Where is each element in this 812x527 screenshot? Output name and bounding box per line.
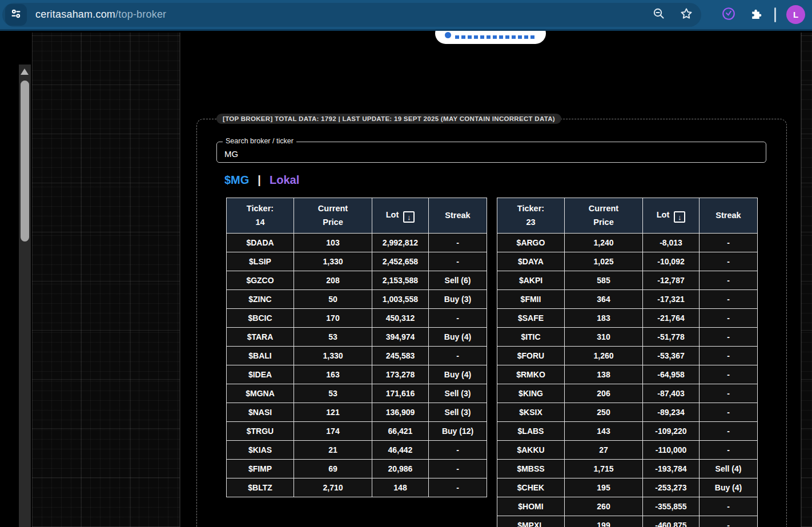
ticker-cell[interactable]: $AKKU [497, 441, 565, 460]
lot-cell: -21,764 [643, 309, 700, 328]
price-cell: 170 [294, 309, 372, 328]
price-cell: 174 [294, 422, 372, 441]
lot-cell: 46,442 [372, 441, 429, 460]
lot-cell: 171,616 [372, 384, 429, 403]
scrollbar-thumb[interactable] [21, 81, 29, 242]
streak-cell: - [700, 234, 758, 252]
ticker-cell[interactable]: $FIMP [227, 460, 294, 478]
lot-cell: -193,784 [643, 460, 700, 478]
site-settings-button[interactable] [5, 4, 27, 26]
puzzle-icon [749, 6, 763, 23]
ticker-cell[interactable]: $LSIP [227, 252, 294, 271]
lot-cell: -17,321 [643, 290, 700, 309]
banner-dot-icon [445, 32, 451, 38]
table-row: $MPXL199-460,875- [497, 516, 758, 527]
search-input[interactable] [216, 142, 766, 163]
table-row: $BALI1,330245,583- [227, 347, 487, 365]
price-cell: 208 [294, 271, 372, 290]
table-row: $ZINC501,003,558Buy (3) [227, 290, 487, 309]
streak-cell: - [700, 252, 758, 271]
ticker-cell[interactable]: $MPXL [497, 516, 565, 527]
price-cell: 364 [565, 290, 643, 309]
ticker-cell[interactable]: $FORU [497, 347, 565, 365]
ticker-cell[interactable]: $BCIC [227, 309, 294, 328]
ticker-cell[interactable]: $ARGO [497, 234, 565, 252]
streak-cell: - [700, 422, 758, 441]
ticker-cell[interactable]: $BALI [227, 347, 294, 365]
streak-cell: - [700, 347, 758, 365]
price-cell: 53 [294, 384, 372, 403]
sort-descending-icon[interactable]: ↓ [403, 211, 415, 223]
zoom-out-icon [652, 7, 666, 23]
profile-avatar[interactable]: L [786, 5, 805, 24]
table-row: $SAFE183-21,764- [497, 309, 758, 328]
price-cell: 27 [565, 441, 643, 460]
lot-column-header: Lot↓ [643, 198, 700, 234]
table-row: $KING206-87,403- [497, 384, 758, 403]
ticker-cell[interactable]: $DAYA [497, 252, 565, 271]
lot-cell: -8,013 [643, 234, 700, 252]
broker-table-left: Ticker: 14 Current Price Lot↓ Streak $DA… [226, 198, 487, 497]
streak-cell: - [700, 384, 758, 403]
scroll-up-arrow-icon[interactable] [21, 69, 29, 75]
table-row: $MBSS1,715-193,784Sell (4) [497, 460, 758, 478]
lot-cell: 245,583 [372, 347, 429, 365]
ticker-cell[interactable]: $MGNA [227, 384, 294, 403]
ticker-cell[interactable]: $CHEK [497, 478, 565, 497]
lot-cell: -253,273 [643, 478, 700, 497]
table-row: $ITIC310-51,778- [497, 328, 758, 347]
price-cell: 1,330 [294, 347, 372, 365]
table-row: $ARGO1,240-8,013- [497, 234, 758, 252]
table-row: $BCIC170450,312- [227, 309, 487, 328]
price-cell: 585 [565, 271, 643, 290]
price-cell: 199 [565, 516, 643, 527]
ticker-cell[interactable]: $KIAS [227, 441, 294, 460]
ticker-cell[interactable]: $ZINC [227, 290, 294, 309]
lot-cell: 2,992,812 [372, 234, 429, 252]
extensions-button[interactable] [742, 0, 770, 29]
ticker-cell[interactable]: $MBSS [497, 460, 565, 478]
ticker-cell[interactable]: $LABS [497, 422, 565, 441]
streak-cell: Sell (3) [429, 403, 487, 422]
ticker-cell[interactable]: $FMII [497, 290, 565, 309]
price-cell: 195 [565, 478, 643, 497]
ticker-cell[interactable]: $IDEA [227, 365, 294, 384]
ticker-cell[interactable]: $KING [497, 384, 565, 403]
price-cell: 206 [565, 384, 643, 403]
lot-cell: -10,092 [643, 252, 700, 271]
table-row: $LSIP1,3302,452,658- [227, 252, 487, 271]
ticker-cell[interactable]: $KSIX [497, 403, 565, 422]
ticker-cell[interactable]: $SAFE [497, 309, 565, 328]
ticker-cell[interactable]: $BLTZ [227, 478, 294, 497]
table-row: $AKPI585-12,787- [497, 271, 758, 290]
streak-cell: - [700, 497, 758, 516]
ticker-cell[interactable]: $TARA [227, 328, 294, 347]
lot-cell: 450,312 [372, 309, 429, 328]
ticker-cell[interactable]: $RMKO [497, 365, 565, 384]
url-display[interactable]: ceritasaham.com/top-broker [35, 0, 166, 29]
lot-cell: 136,909 [372, 403, 429, 422]
table-row: $IDEA163173,278Buy (4) [227, 365, 487, 384]
streak-cell: Sell (3) [429, 384, 487, 403]
ticker-cell[interactable]: $DADA [227, 234, 294, 252]
sort-descending-icon[interactable]: ↓ [674, 211, 685, 223]
table-row: $FIMP6920,986- [227, 460, 487, 478]
table-row: $DAYA1,025-10,092- [497, 252, 758, 271]
ticker-column-header: Ticker: 14 [227, 198, 294, 234]
result-title: $MG | Lokal [224, 174, 299, 187]
streak-cell: - [700, 365, 758, 384]
ticker-cell[interactable]: $GZCO [227, 271, 294, 290]
zoom-out-button[interactable] [645, 0, 673, 29]
ticker-cell[interactable]: $AKPI [497, 271, 565, 290]
ticker-cell[interactable]: $TRGU [227, 422, 294, 441]
extension-clock-button[interactable] [715, 0, 742, 29]
tables-container: Ticker: 14 Current Price Lot↓ Streak $DA… [226, 198, 758, 527]
bookmark-button[interactable] [673, 0, 700, 29]
ticker-cell[interactable]: $NASI [227, 403, 294, 422]
ticker-cell[interactable]: $ITIC [497, 328, 565, 347]
ticker-cell[interactable]: $HOMI [497, 497, 565, 516]
lot-cell: -109,220 [643, 422, 700, 441]
streak-cell: Buy (4) [429, 328, 487, 347]
star-icon [680, 7, 693, 23]
left-scrollbar[interactable] [19, 65, 31, 527]
